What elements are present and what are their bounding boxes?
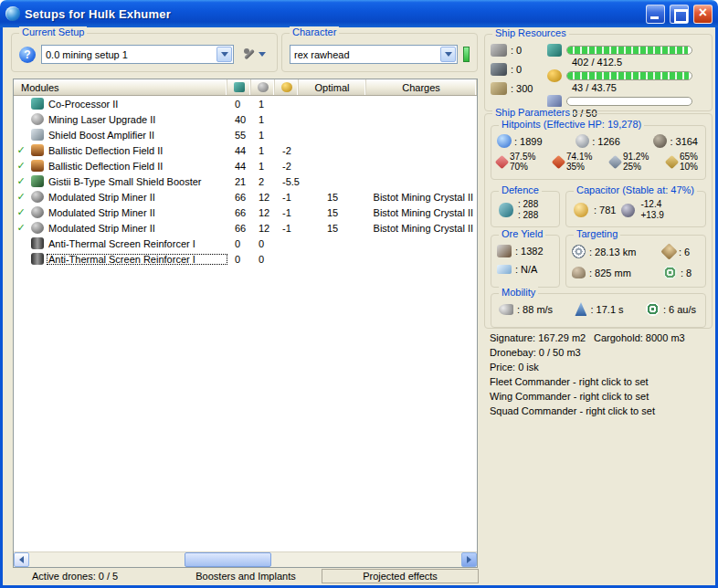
help-icon[interactable]: [19, 47, 36, 63]
maximize-button[interactable]: [670, 5, 689, 24]
scroll-track[interactable]: [29, 552, 461, 567]
defence-box: Defence : 288 : 288: [491, 191, 560, 227]
setup-select-arrow[interactable]: [216, 47, 232, 62]
sensor-strength: : 8: [663, 266, 705, 279]
calibration: : 300: [491, 82, 547, 95]
module-charge: Bistot Mining Crystal II: [366, 207, 477, 218]
squad-commander-setter[interactable]: Squad Commander - right click to set: [490, 404, 713, 418]
character-status-indicator: [463, 47, 470, 62]
modules-table-header[interactable]: Modules Optimal Charges: [14, 79, 477, 96]
charges-column-header[interactable]: Charges: [366, 79, 477, 95]
fitted-check-icon: ✓: [14, 144, 28, 156]
optimal-column-header[interactable]: Optimal: [299, 79, 366, 95]
projected-effects-button[interactable]: Projected effects: [322, 569, 479, 583]
max-targets-icon: [660, 243, 677, 259]
launcher-hardpoints-value: : 0: [511, 64, 522, 75]
module-cpu: 0: [227, 238, 251, 249]
table-row[interactable]: ✓ Modulated Strip Miner II 66 12 -1 15 B…: [14, 189, 477, 205]
boosters-implants-button[interactable]: Boosters and Implants: [176, 569, 315, 583]
module-name: Modulated Strip Miner II: [47, 192, 227, 203]
capacitor-amount: : 781: [594, 205, 616, 215]
chevron-down-icon: [259, 52, 266, 57]
table-row[interactable]: ✓ Ballistic Deflection Field II 44 1 -2: [14, 142, 477, 158]
module-powergrid: 0: [251, 238, 275, 249]
character-label: Character: [290, 26, 339, 37]
titlebar[interactable]: Setups for Hulk Exhumer: [0, 0, 718, 27]
module-name: Anti-Thermal Screen Reinforcer I: [47, 254, 227, 265]
launcher-hardpoints-icon: [491, 63, 507, 76]
capacitor-column-header[interactable]: [275, 79, 299, 95]
calibration-value: : 300: [511, 83, 533, 94]
hull-hp-icon: [653, 134, 667, 148]
module-cpu: 40: [227, 114, 251, 125]
table-row[interactable]: Anti-Thermal Screen Reinforcer I 0 0: [14, 236, 477, 251]
character-select[interactable]: rex rawhead: [290, 45, 458, 64]
scroll-thumb[interactable]: [185, 552, 271, 567]
module-name: Shield Boost Amplifier II: [47, 130, 227, 141]
module-name: Gistii B-Type Small Shield Booster: [47, 176, 227, 187]
table-row[interactable]: ✓ Gistii B-Type Small Shield Booster 21 …: [14, 173, 477, 189]
powergrid-bar: [566, 71, 692, 80]
module-charge: Bistot Mining Crystal II: [366, 192, 477, 203]
module-type-icon: [31, 144, 44, 156]
table-row[interactable]: Mining Laser Upgrade II 40 1: [14, 111, 477, 127]
ship-parameters-label: Ship Parameters: [492, 107, 573, 118]
table-row[interactable]: Shield Boost Amplifier II 55 1: [14, 127, 477, 142]
scroll-right-button[interactable]: [461, 552, 477, 567]
ice-yield: : N/A: [497, 264, 559, 275]
table-row[interactable]: ✓ Modulated Strip Miner II 66 12 -1 15 B…: [14, 205, 477, 220]
defence-icon: [499, 203, 513, 217]
kinetic-resist: 91.2%25%: [610, 152, 649, 172]
module-cpu: 0: [227, 99, 251, 110]
window-body: Current Setup 0.0 mining setup 1 Charact…: [0, 27, 718, 588]
capacitor-label: Capacitor (Stable at: 47%): [574, 184, 697, 195]
minimize-button[interactable]: [646, 5, 665, 24]
module-type-icon: [31, 222, 44, 234]
ore-yield-icon: [497, 245, 512, 257]
dronebay-value: Dronebay: 0 / 50 m3: [490, 345, 713, 360]
defence-label: Defence: [499, 184, 542, 195]
scroll-left-icon: [19, 556, 24, 563]
scan-resolution: : 825 mm: [572, 266, 663, 279]
ore-yield-box: Ore Yield : 1382 : N/A: [491, 235, 560, 288]
tools-icon: [243, 48, 255, 60]
powergrid-column-header[interactable]: [251, 79, 275, 95]
turret-hardpoints-icon: [491, 44, 507, 57]
cpu-icon: [547, 44, 562, 57]
fleet-commander-setter[interactable]: Fleet Commander - right click to set: [490, 374, 713, 389]
em-resist: 37.5%70%: [497, 152, 535, 172]
wing-commander-setter[interactable]: Wing Commander - right click to set: [490, 389, 713, 404]
capacitor-icon: [574, 203, 588, 217]
hull-hp: : 3164: [653, 134, 698, 148]
character-select-arrow[interactable]: [440, 47, 456, 62]
cpu-column-header[interactable]: [227, 79, 251, 95]
warp-speed: : 6 au/s: [646, 302, 696, 316]
module-powergrid: 12: [251, 207, 275, 218]
module-name: Ballistic Deflection Field II: [47, 161, 227, 172]
close-button[interactable]: [693, 5, 713, 24]
horizontal-scrollbar[interactable]: [14, 551, 477, 567]
modules-column-header[interactable]: Modules: [14, 79, 227, 95]
module-name: Co-Processor II: [47, 99, 227, 110]
cpu-column-icon: [234, 82, 245, 92]
table-row[interactable]: ✓ Ballistic Deflection Field II 44 1 -2: [14, 158, 477, 173]
cpu-bar: [566, 46, 692, 55]
module-type-icon: [31, 206, 44, 218]
table-row-selected[interactable]: Anti-Thermal Screen Reinforcer I 0 0: [14, 251, 477, 267]
module-powergrid: 2: [251, 176, 275, 187]
scroll-left-button[interactable]: [14, 552, 29, 567]
cap-recharge-icon: [621, 204, 635, 217]
module-cpu: 66: [227, 207, 251, 218]
drone-bandwidth-icon: [547, 95, 562, 108]
powergrid-usage-value: 43 / 43.75: [572, 82, 708, 93]
setup-tools-button[interactable]: [239, 47, 269, 62]
module-powergrid: 1: [251, 145, 275, 156]
footer-bar: Active drones: 0 / 5 Boosters and Implan…: [3, 568, 715, 585]
module-powergrid: 0: [251, 254, 275, 265]
setup-select[interactable]: 0.0 mining setup 1: [41, 45, 234, 64]
table-row[interactable]: Co-Processor II 0 1: [14, 96, 477, 111]
module-type-icon: [31, 129, 44, 141]
table-row[interactable]: ✓ Modulated Strip Miner II 66 12 -1 15 B…: [14, 220, 477, 236]
modules-table: Modules Optimal Charges Co-Processor II …: [13, 79, 478, 568]
fitted-check-icon: ✓: [14, 191, 28, 203]
